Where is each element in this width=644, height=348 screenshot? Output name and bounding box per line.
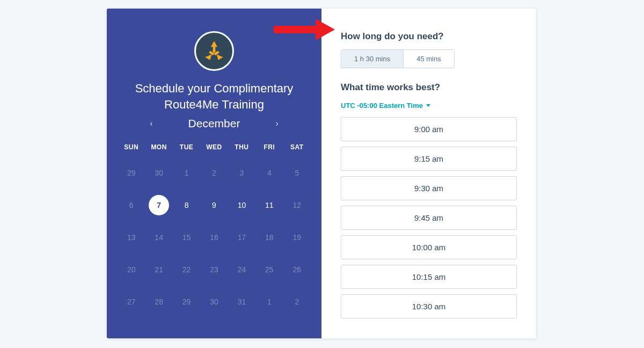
calendar-day: 26 (283, 259, 311, 280)
svg-rect-2 (213, 46, 216, 50)
time-slot-list: 9:00 am9:15 am9:30 am9:45 am10:00 am10:1… (341, 117, 517, 318)
weekday-header: SUN (118, 143, 145, 151)
time-panel: How long do you need? 1 h 30 mins45 mins… (321, 9, 536, 338)
svg-marker-5 (217, 54, 223, 60)
calendar-day[interactable]: 9 (200, 195, 228, 215)
weekday-header: TUE (173, 143, 200, 151)
duration-toggle: 1 h 30 mins45 mins (341, 49, 455, 68)
calendar-day: 17 (228, 227, 255, 248)
prev-month-button[interactable]: ‹ (147, 115, 156, 132)
calendar-day: 30 (200, 292, 228, 312)
weekday-header: FRI (255, 143, 283, 151)
calendar-day: 29 (118, 163, 145, 183)
calendar-day: 29 (173, 292, 200, 312)
calendar-day[interactable]: 10 (228, 195, 255, 215)
calendar-day: 16 (200, 227, 228, 248)
timezone-dropdown[interactable]: UTC -05:00 Eastern Time (341, 102, 430, 110)
calendar-day: 22 (173, 259, 200, 280)
calendar-grid: SUNMONTUEWEDTHUFRISAT2930123456789101112… (118, 143, 311, 312)
calendar-day: 1 (173, 163, 200, 183)
calendar-day: 20 (118, 259, 145, 280)
calendar-day: 12 (283, 195, 311, 215)
time-slot[interactable]: 10:30 am (341, 294, 517, 318)
calendar-day: 4 (255, 163, 283, 183)
calendar-day: 28 (145, 292, 172, 312)
current-month: December (188, 117, 240, 130)
calendar-day: 24 (228, 259, 255, 280)
calendar-day: 5 (283, 163, 311, 183)
time-slot[interactable]: 10:15 am (341, 265, 517, 289)
route4me-arrows-icon (202, 39, 226, 63)
brand-logo (194, 31, 234, 71)
calendar-day: 25 (255, 259, 283, 280)
calendar-day: 27 (118, 292, 145, 312)
time-slot[interactable]: 10:00 am (341, 235, 517, 259)
time-slot[interactable]: 9:15 am (341, 147, 517, 171)
calendar-day: 1 (255, 292, 283, 312)
duration-question: How long do you need? (341, 31, 517, 42)
calendar-day: 21 (145, 259, 172, 280)
duration-option[interactable]: 1 h 30 mins (341, 50, 404, 68)
calendar-day: 6 (118, 195, 145, 215)
time-slot[interactable]: 9:30 am (341, 176, 517, 200)
calendar-day[interactable]: 7 (145, 195, 172, 215)
chevron-down-icon (426, 104, 430, 107)
scheduler-widget: Schedule your Complimentary Route4Me Tra… (107, 9, 536, 338)
time-slot[interactable]: 9:45 am (341, 206, 517, 230)
svg-marker-1 (211, 41, 217, 47)
calendar-day: 13 (118, 227, 145, 248)
next-month-button[interactable]: › (272, 115, 281, 132)
timezone-label: UTC -05:00 Eastern Time (341, 102, 423, 110)
month-switcher: ‹ December › (118, 115, 311, 132)
time-slot[interactable]: 9:00 am (341, 117, 517, 141)
calendar-day: 3 (228, 163, 255, 183)
calendar-panel: Schedule your Complimentary Route4Me Tra… (107, 9, 321, 338)
weekday-header: MON (145, 143, 172, 151)
calendar-day[interactable]: 11 (255, 195, 283, 215)
time-question: What time works best? (341, 82, 517, 93)
calendar-day: 2 (200, 163, 228, 183)
calendar-day: 18 (255, 227, 283, 248)
calendar-day: 30 (145, 163, 172, 183)
calendar-day: 14 (145, 227, 172, 248)
weekday-header: WED (200, 143, 228, 151)
calendar-day: 31 (228, 292, 255, 312)
calendar-day: 19 (283, 227, 311, 248)
weekday-header: THU (228, 143, 255, 151)
svg-marker-3 (205, 54, 211, 60)
weekday-header: SAT (283, 143, 311, 151)
duration-option[interactable]: 45 mins (404, 50, 454, 68)
calendar-day: 2 (283, 292, 311, 312)
calendar-day: 23 (200, 259, 228, 280)
scheduler-title: Schedule your Complimentary Route4Me Tra… (131, 81, 297, 112)
calendar-day[interactable]: 8 (173, 195, 200, 215)
calendar-day: 15 (173, 227, 200, 248)
